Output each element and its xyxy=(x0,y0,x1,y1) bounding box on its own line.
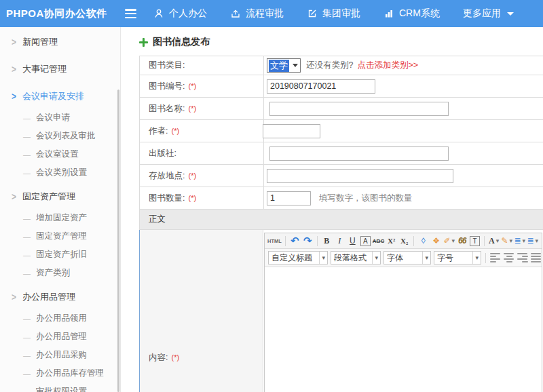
dash-icon: — xyxy=(23,114,31,122)
top-nav-item-1[interactable]: 流程审批 xyxy=(230,7,284,20)
align-right-icon[interactable] xyxy=(517,252,528,263)
superscript-icon[interactable]: X² xyxy=(386,235,397,247)
sidebar-item-label: 会议申请 xyxy=(36,112,70,123)
sidebar-item-4-1[interactable]: —办公用品管理 xyxy=(0,328,120,346)
sidebar-item-label: 办公用品管理 xyxy=(36,331,87,342)
dash-icon: — xyxy=(23,132,31,140)
align-justify-icon[interactable] xyxy=(531,252,542,263)
align-center-icon[interactable] xyxy=(504,252,514,263)
font-size-select[interactable]: 字号▾ xyxy=(434,251,481,264)
highlight-pen-icon[interactable]: ✎ xyxy=(501,235,512,247)
clean-format-icon[interactable]: ❖ xyxy=(430,235,442,247)
quantity-hint: 填写数字，该图书的数量 xyxy=(319,193,413,204)
unordered-list-icon[interactable]: ≣ xyxy=(527,235,538,247)
toolbar-separator xyxy=(317,236,318,246)
custom-title-select[interactable]: 自定义标题▾ xyxy=(268,251,328,264)
main-content: 图书信息发布 图书类目: 文学 还没有类别? 点击添加类别>> 图书编号: (*… xyxy=(121,27,543,392)
html-source-icon[interactable]: HTML xyxy=(267,235,282,247)
sidebar-item-3-3[interactable]: —资产类别 xyxy=(0,264,120,282)
author-input[interactable] xyxy=(263,124,320,138)
dash-icon: — xyxy=(23,333,31,341)
quantity-label: 图书数量: xyxy=(149,193,185,204)
redo-icon[interactable]: ↷ xyxy=(302,235,314,247)
category-label: 图书类目: xyxy=(149,60,185,71)
book-form: 图书类目: 文学 还没有类别? 点击添加类别>> 图书编号: (*) 图书名称: xyxy=(139,56,543,392)
paragraph-format-select[interactable]: 段落格式▾ xyxy=(331,251,381,264)
required-mark: (*) xyxy=(171,127,179,135)
sidebar-item-2-2[interactable]: —会议室设置 xyxy=(0,145,120,163)
sidebar-item-label: 办公用品领用 xyxy=(36,313,87,324)
sidebar-group-3[interactable]: >固定资产管理 xyxy=(0,184,120,209)
sidebar-item-2-3[interactable]: —会议类别设置 xyxy=(0,163,120,182)
sidebar-group-label: 办公用品管理 xyxy=(22,291,75,303)
sidebar-item-3-2[interactable]: —固定资产折旧 xyxy=(0,246,120,264)
sidebar-item-2-0[interactable]: —会议申请 xyxy=(0,109,120,127)
format-painter-icon[interactable]: ✐ xyxy=(443,235,455,247)
sidebar-group-label: 会议申请及安排 xyxy=(22,90,84,102)
top-nav-label: 流程审批 xyxy=(246,7,284,20)
undo-icon[interactable]: ↶ xyxy=(289,235,301,247)
top-nav: 个人办公流程审批集团审批CRM系统更多应用 xyxy=(153,7,537,20)
align-left-icon[interactable] xyxy=(490,252,501,263)
sidebar-item-label: 审批权限设置 xyxy=(36,386,87,392)
book-no-input[interactable] xyxy=(267,79,375,94)
chevron-right-icon: > xyxy=(12,91,16,102)
underline-icon[interactable]: U xyxy=(347,235,358,247)
location-input[interactable] xyxy=(267,169,453,183)
dash-icon: — xyxy=(23,251,31,259)
hamburger-menu-icon[interactable] xyxy=(125,9,138,18)
sidebar-item-4-0[interactable]: —办公用品领用 xyxy=(0,309,120,328)
required-mark: (*) xyxy=(171,353,179,361)
font-color-icon[interactable]: A xyxy=(488,235,500,247)
app-logo: PHPOA协同办公软件 xyxy=(0,7,121,20)
sidebar-item-2-1[interactable]: —会议列表及审批 xyxy=(0,127,120,145)
ordered-list-icon[interactable]: ≣ xyxy=(514,235,525,247)
form-row-book-name: 图书名称: (*) xyxy=(140,98,543,120)
blockquote-icon[interactable]: 66 xyxy=(456,235,468,247)
category-select[interactable]: 文学 xyxy=(267,58,301,73)
bold-icon[interactable]: B xyxy=(321,235,333,247)
font-family-select[interactable]: 字体▾ xyxy=(383,251,431,264)
subscript-icon[interactable]: X₂ xyxy=(398,235,410,247)
sidebar-item-3-0[interactable]: —增加固定资产 xyxy=(0,209,120,227)
sidebar-scrollbar[interactable] xyxy=(117,90,119,392)
sidebar-item-4-3[interactable]: —办公用品库存管理 xyxy=(0,364,120,383)
top-nav-item-4[interactable]: 更多应用 xyxy=(463,7,514,20)
italic-icon[interactable]: I xyxy=(334,235,345,247)
sidebar-group-label: 大事记管理 xyxy=(22,63,67,75)
add-category-link[interactable]: 点击添加类别>> xyxy=(357,60,418,71)
editor-canvas[interactable] xyxy=(265,267,542,392)
font-color-box-icon[interactable]: A xyxy=(360,236,371,246)
font-family-select-label: 字体 xyxy=(387,252,403,264)
dash-icon: — xyxy=(23,269,31,277)
paste-text-icon[interactable]: T xyxy=(470,236,480,246)
publisher-input[interactable] xyxy=(269,146,449,161)
strikethrough-icon[interactable]: ABC xyxy=(373,235,384,247)
dash-icon: — xyxy=(23,169,31,177)
sidebar-item-4-4[interactable]: —审批权限设置 xyxy=(0,383,120,392)
category-hint: 还没有类别? xyxy=(306,60,353,71)
sidebar-item-label: 会议室设置 xyxy=(36,149,79,160)
dash-icon: — xyxy=(23,388,31,392)
top-nav-item-3[interactable]: CRM系统 xyxy=(383,7,440,20)
sidebar-group-0[interactable]: >新闻管理 xyxy=(0,30,120,54)
sidebar-group-1[interactable]: >大事记管理 xyxy=(0,57,120,81)
content-label: 内容: xyxy=(149,352,168,364)
toolbar-separator xyxy=(413,236,414,246)
custom-title-select-label: 自定义标题 xyxy=(272,252,312,264)
select-caret-icon xyxy=(293,64,298,67)
paragraph-format-select-label: 段落格式 xyxy=(334,252,367,264)
eraser-icon[interactable]: ◊ xyxy=(417,235,429,247)
sidebar-item-label: 办公用品库存管理 xyxy=(36,368,104,379)
book-name-input[interactable] xyxy=(269,102,449,116)
top-nav-item-0[interactable]: 个人办公 xyxy=(153,7,207,20)
sidebar-group-2[interactable]: >会议申请及安排 xyxy=(0,84,120,109)
sidebar-item-3-1[interactable]: —固定资产管理 xyxy=(0,227,120,246)
quantity-input[interactable] xyxy=(267,191,311,205)
book-no-label: 图书编号: xyxy=(149,81,185,92)
sidebar-item-4-2[interactable]: —办公用品采购 xyxy=(0,346,120,364)
sidebar-group-4[interactable]: >办公用品管理 xyxy=(0,285,120,309)
top-nav-item-2[interactable]: 集团审批 xyxy=(307,7,360,20)
dash-icon: — xyxy=(23,315,31,323)
top-nav-label: 个人办公 xyxy=(169,7,207,20)
